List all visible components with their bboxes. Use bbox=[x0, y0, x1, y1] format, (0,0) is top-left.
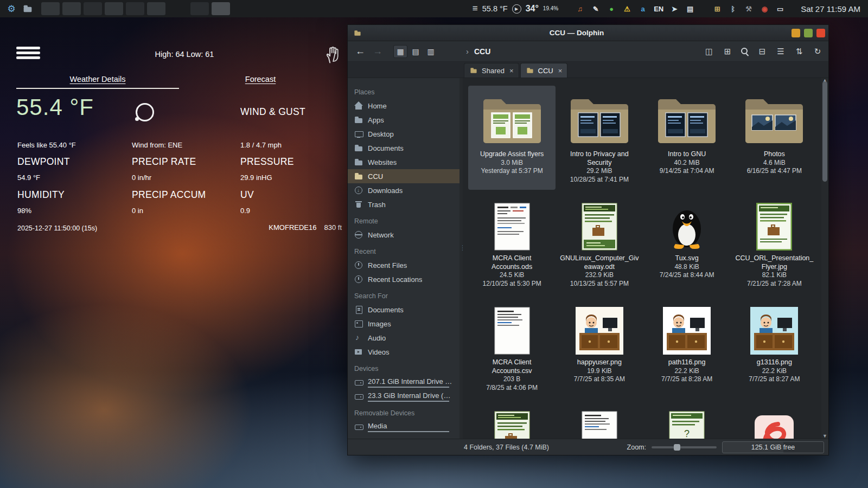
clipboard-icon[interactable]: ▤ bbox=[685, 3, 695, 14]
file-manager-icon[interactable] bbox=[22, 3, 34, 15]
wind-gust-value: 1.8 / 4.7 mph bbox=[240, 141, 282, 149]
tab-ccu[interactable]: CCU × bbox=[520, 63, 568, 78]
file-item[interactable]: GNULinux_Computer_Giveaway.odt 232.9 KiB… bbox=[556, 190, 643, 294]
sidebar-item-downloads[interactable]: Downloads bbox=[348, 183, 459, 197]
search-icon[interactable] bbox=[741, 47, 749, 56]
tools-icon[interactable]: ⚒ bbox=[743, 3, 754, 14]
minimize-button[interactable] bbox=[792, 29, 800, 37]
close-button[interactable] bbox=[816, 29, 825, 37]
widgets-icon[interactable]: ⊞ bbox=[712, 3, 723, 14]
file-item[interactable]: Tux.svg 48.8 KiB 7/24/25 at 8:44 AM bbox=[643, 190, 731, 294]
taskbar-item[interactable] bbox=[84, 2, 102, 15]
weather-widget: High: 64 Low: 61 Weather Details Forecas… bbox=[0, 17, 352, 240]
sidebar-item-media[interactable]: Media bbox=[348, 420, 459, 434]
panel-weather-cluster[interactable]: ≡ 55.8 °F ▶ 34° 19.4% bbox=[473, 3, 558, 14]
sidebar-item-ccu[interactable]: CCU bbox=[348, 169, 459, 183]
sidebar-item-videos[interactable]: Videos bbox=[348, 345, 459, 359]
compact-view-icon[interactable]: ▤ bbox=[409, 45, 423, 58]
scroll-down-icon[interactable]: ▼ bbox=[821, 432, 828, 440]
telegram-icon[interactable]: ➤ bbox=[669, 3, 680, 14]
hamburger-menu-icon[interactable]: ☰ bbox=[775, 47, 786, 56]
tab-close-icon[interactable]: × bbox=[558, 67, 563, 75]
sidebar-item-23-3-gib-internal-drive-d[interactable]: 23.3 GiB Internal Drive (d... bbox=[348, 389, 459, 403]
sidebar-item-apps[interactable]: Apps bbox=[348, 113, 459, 127]
warning-icon[interactable]: ⚠ bbox=[622, 3, 633, 14]
sidebar-item-trash[interactable]: Trash bbox=[348, 197, 459, 211]
taskbar-item[interactable] bbox=[212, 2, 230, 15]
bluetooth-icon[interactable]: ᛒ bbox=[727, 3, 738, 14]
sidebar-item-audio[interactable]: Audio bbox=[348, 331, 459, 345]
file-item[interactable] bbox=[731, 398, 818, 439]
file-item[interactable]: Intro to Privacy and Security 29.2 MiB 1… bbox=[556, 86, 643, 190]
input-method-icon[interactable]: a bbox=[637, 3, 648, 14]
file-item[interactable]: happyuser.png 19.9 KiB 7/7/25 at 8:35 AM bbox=[556, 294, 643, 398]
flyer3-thumbnail: ? bbox=[669, 400, 705, 439]
sidebar-item-recent-files[interactable]: Recent Files bbox=[348, 258, 459, 272]
media-player-icon[interactable]: ♫ bbox=[575, 3, 585, 14]
record-icon[interactable]: ◉ bbox=[759, 3, 770, 14]
sidebar-item-recent-locations[interactable]: Recent Locations bbox=[348, 272, 459, 286]
maximize-button[interactable] bbox=[804, 29, 813, 37]
taskbar-item[interactable] bbox=[147, 2, 165, 15]
taskbar-item[interactable] bbox=[190, 2, 209, 15]
file-item[interactable]: Intro to GNU 40.2 MiB 9/14/25 at 7:04 AM bbox=[643, 86, 731, 190]
sidebar-item-207-1-gib-internal-drive[interactable]: 207.1 GiB Internal Drive (... bbox=[348, 375, 459, 389]
taskbar-item[interactable] bbox=[126, 2, 144, 15]
file-size: 40.2 MiB bbox=[674, 159, 699, 168]
refresh-icon[interactable]: ↻ bbox=[812, 47, 823, 56]
split-view-icon[interactable]: ◫ bbox=[704, 47, 714, 56]
sort-icon[interactable]: ⇅ bbox=[794, 47, 805, 56]
taskbar bbox=[41, 2, 230, 15]
tab-weather-details[interactable]: Weather Details bbox=[0, 75, 195, 84]
sidebar-item-images[interactable]: Images bbox=[348, 317, 459, 331]
sidebar-item-websites[interactable]: Websites bbox=[348, 155, 459, 169]
sidebar-item-documents[interactable]: Documents bbox=[348, 303, 459, 317]
forward-button[interactable]: → bbox=[371, 46, 385, 57]
file-item[interactable]: path116.png 22.2 KiB 7/7/25 at 8:28 AM bbox=[643, 294, 731, 398]
back-button[interactable]: ← bbox=[353, 46, 367, 57]
display-icon[interactable]: ▭ bbox=[775, 3, 786, 14]
file-item[interactable]: ? bbox=[643, 398, 731, 439]
weather-menu-button[interactable] bbox=[16, 44, 42, 64]
file-item[interactable]: Photos 4.6 MiB 6/16/25 at 4:47 PM bbox=[731, 86, 818, 190]
keyboard-layout-indicator[interactable]: EN bbox=[653, 3, 664, 14]
tab-close-icon[interactable]: × bbox=[509, 67, 514, 75]
tab-shared[interactable]: Shared × bbox=[464, 63, 519, 78]
file-size: 19.9 KiB bbox=[587, 367, 611, 376]
zoom-slider[interactable] bbox=[652, 446, 717, 448]
panel-clock[interactable]: Sat 27 11:59 AM bbox=[801, 4, 863, 14]
select-mode-icon[interactable]: ⊟ bbox=[757, 47, 768, 56]
icons-view-icon[interactable]: ▦ bbox=[393, 45, 407, 58]
new-folder-icon[interactable]: ⊞ bbox=[722, 47, 733, 56]
pen-tool-icon[interactable]: ✎ bbox=[590, 3, 601, 14]
taskbar-item[interactable] bbox=[62, 2, 81, 15]
status-online-icon[interactable]: ● bbox=[606, 3, 617, 14]
scrollbar-thumb[interactable] bbox=[822, 81, 827, 182]
file-item[interactable]: CCU_ORL_Presentation_Flyer.jpg 82.1 KiB … bbox=[731, 190, 818, 294]
play-icon[interactable]: ▶ bbox=[512, 4, 521, 14]
drag-hand-icon[interactable] bbox=[324, 46, 341, 66]
file-item[interactable] bbox=[556, 398, 643, 439]
taskbar-item[interactable] bbox=[41, 2, 60, 15]
sidebar-item-documents[interactable]: Documents bbox=[348, 141, 459, 155]
app-launcher-icon[interactable]: ⚙ bbox=[5, 3, 17, 15]
file-item[interactable]: g13116.png 22.2 KiB 7/7/25 at 8:27 AM bbox=[731, 294, 818, 398]
chevron-right-icon[interactable]: › bbox=[466, 47, 469, 56]
tab-forecast[interactable]: Forecast bbox=[228, 75, 293, 84]
sidebar-item-desktop[interactable]: Desktop bbox=[348, 127, 459, 141]
panel-menu-icon[interactable]: ≡ bbox=[473, 3, 478, 14]
file-item[interactable] bbox=[468, 398, 556, 439]
details-view-icon[interactable]: ▥ bbox=[424, 45, 438, 58]
file-item[interactable]: MCRA Client Accounts.csv 203 B 7/8/25 at… bbox=[468, 294, 556, 398]
file-item[interactable]: MCRA Client Accounts.ods 24.5 KiB 12/10/… bbox=[468, 190, 556, 294]
sidebar-item-home[interactable]: Home bbox=[348, 99, 459, 113]
titlebar[interactable]: CCU — Dolphin bbox=[348, 25, 828, 41]
zoom-slider-handle[interactable] bbox=[674, 444, 680, 451]
file-item[interactable]: Upgrade Assist flyers 3.0 MiB Yesterday … bbox=[468, 86, 556, 190]
sidebar-item-network[interactable]: Network bbox=[348, 228, 459, 242]
tux-thumbnail bbox=[666, 192, 708, 251]
vertical-scrollbar[interactable]: ▲ ▼ bbox=[821, 78, 828, 439]
breadcrumb-location[interactable]: CCU bbox=[474, 47, 490, 56]
taskbar-item[interactable] bbox=[105, 2, 123, 15]
metric-value: 0.9 bbox=[240, 207, 332, 215]
